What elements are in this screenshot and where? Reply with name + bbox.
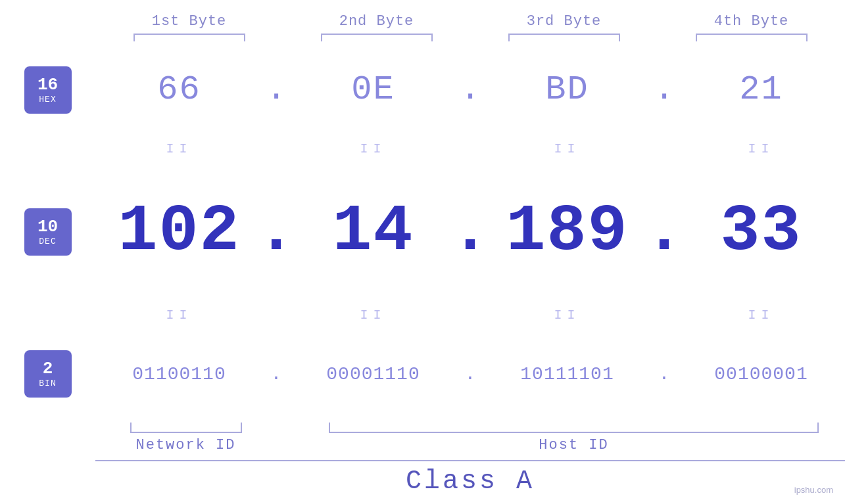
equals-4: II — [677, 141, 845, 156]
hex-badge-num: 16 — [37, 76, 58, 95]
equals-8: II — [677, 308, 845, 323]
class-section: Class A — [0, 460, 845, 496]
host-bracket — [329, 423, 819, 433]
dec-val-2: 14 — [332, 195, 414, 269]
bin-val-2: 00001110 — [326, 364, 420, 384]
watermark: ipshu.com — [794, 485, 833, 495]
top-brackets — [0, 34, 845, 41]
hex-val-1: 66 — [157, 70, 201, 109]
hex-badge-label: HEX — [39, 95, 56, 104]
dec-val-1: 102 — [118, 195, 240, 269]
hex-val-2: 0E — [351, 70, 395, 109]
top-bracket-3 — [508, 34, 620, 41]
bin-dot-1: . — [271, 364, 282, 384]
equals-6: II — [289, 308, 457, 323]
bin-dot-2: . — [465, 364, 476, 384]
dec-badge: 10 DEC — [24, 208, 72, 256]
bin-badge-label: BIN — [39, 378, 56, 388]
hex-val-3: BD — [545, 70, 589, 109]
bin-badge-num: 2 — [43, 359, 53, 378]
bin-val-3: 10111101 — [520, 364, 614, 384]
hex-val-4: 21 — [739, 70, 783, 109]
equals-2: II — [289, 141, 457, 156]
bin-val-1: 01100110 — [132, 364, 226, 384]
byte1-header: 1st Byte — [95, 13, 283, 30]
top-bracket-2 — [321, 34, 433, 41]
bottom-section: Network ID Host ID — [0, 423, 845, 453]
class-label: Class A — [95, 467, 845, 496]
class-divider — [95, 460, 845, 461]
hex-badge: 16 HEX — [24, 66, 72, 114]
equals-3: II — [483, 141, 651, 156]
hex-dot-3: . — [654, 70, 674, 109]
dec-val-3: 189 — [506, 195, 628, 269]
dec-badge-num: 10 — [37, 218, 58, 237]
equals-1: II — [95, 141, 263, 156]
bin-badge: 2 BIN — [24, 350, 72, 398]
equals-7: II — [483, 308, 651, 323]
bin-val-4: 00100001 — [714, 364, 808, 384]
top-bracket-4 — [696, 34, 808, 41]
byte-headers: 1st Byte 2nd Byte 3rd Byte 4th Byte — [0, 13, 845, 30]
network-bracket — [130, 423, 242, 433]
byte4-header: 4th Byte — [658, 13, 845, 30]
dec-val-4: 33 — [720, 195, 802, 269]
bin-dot-3: . — [659, 364, 670, 384]
network-id-label: Network ID — [135, 437, 235, 453]
byte3-header: 3rd Byte — [470, 13, 658, 30]
host-id-label: Host ID — [539, 437, 608, 453]
dec-badge-label: DEC — [39, 237, 56, 246]
hex-dot-1: . — [266, 70, 286, 109]
main-container: 1st Byte 2nd Byte 3rd Byte 4th Byte 16 H… — [0, 0, 845, 504]
top-bracket-1 — [133, 34, 245, 41]
hex-dot-2: . — [460, 70, 480, 109]
byte2-header: 2nd Byte — [283, 13, 470, 30]
equals-5: II — [95, 308, 263, 323]
